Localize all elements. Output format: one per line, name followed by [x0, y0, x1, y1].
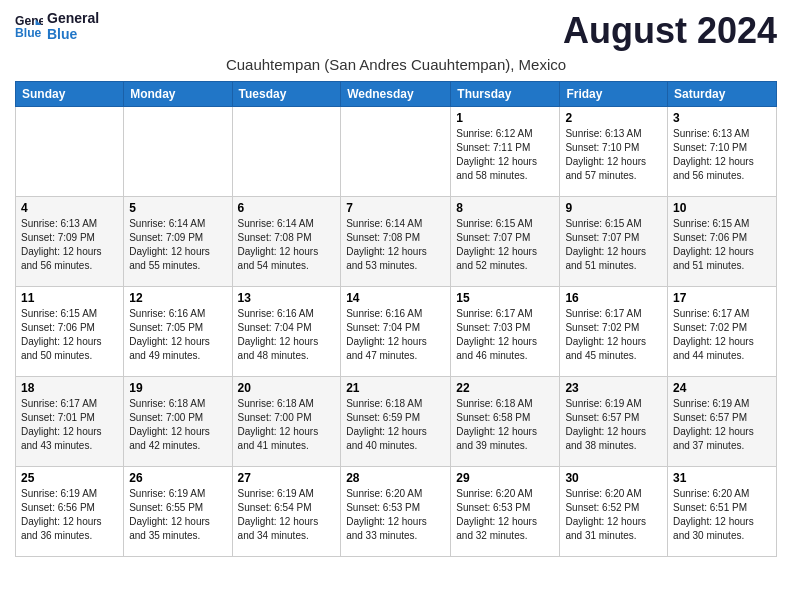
- day-number: 29: [456, 471, 554, 485]
- calendar-day-cell: 18Sunrise: 6:17 AM Sunset: 7:01 PM Dayli…: [16, 377, 124, 467]
- day-number: 15: [456, 291, 554, 305]
- calendar-day-cell: 10Sunrise: 6:15 AM Sunset: 7:06 PM Dayli…: [668, 197, 777, 287]
- day-number: 21: [346, 381, 445, 395]
- day-info: Sunrise: 6:13 AM Sunset: 7:10 PM Dayligh…: [673, 127, 771, 183]
- day-of-week-header: Sunday: [16, 82, 124, 107]
- calendar-day-cell: 19Sunrise: 6:18 AM Sunset: 7:00 PM Dayli…: [124, 377, 232, 467]
- day-number: 11: [21, 291, 118, 305]
- day-info: Sunrise: 6:14 AM Sunset: 7:08 PM Dayligh…: [238, 217, 336, 273]
- calendar-body: 1Sunrise: 6:12 AM Sunset: 7:11 PM Daylig…: [16, 107, 777, 557]
- day-number: 30: [565, 471, 662, 485]
- calendar-day-cell: 9Sunrise: 6:15 AM Sunset: 7:07 PM Daylig…: [560, 197, 668, 287]
- month-title: August 2024: [563, 10, 777, 52]
- calendar-day-cell: [124, 107, 232, 197]
- calendar-day-cell: 24Sunrise: 6:19 AM Sunset: 6:57 PM Dayli…: [668, 377, 777, 467]
- day-of-week-header: Tuesday: [232, 82, 341, 107]
- calendar-day-cell: 2Sunrise: 6:13 AM Sunset: 7:10 PM Daylig…: [560, 107, 668, 197]
- day-number: 14: [346, 291, 445, 305]
- day-number: 1: [456, 111, 554, 125]
- day-info: Sunrise: 6:17 AM Sunset: 7:01 PM Dayligh…: [21, 397, 118, 453]
- calendar-week-row: 25Sunrise: 6:19 AM Sunset: 6:56 PM Dayli…: [16, 467, 777, 557]
- day-of-week-header: Wednesday: [341, 82, 451, 107]
- day-info: Sunrise: 6:18 AM Sunset: 7:00 PM Dayligh…: [129, 397, 226, 453]
- day-number: 16: [565, 291, 662, 305]
- calendar-day-cell: 15Sunrise: 6:17 AM Sunset: 7:03 PM Dayli…: [451, 287, 560, 377]
- day-number: 6: [238, 201, 336, 215]
- day-number: 23: [565, 381, 662, 395]
- day-number: 22: [456, 381, 554, 395]
- calendar-day-cell: 23Sunrise: 6:19 AM Sunset: 6:57 PM Dayli…: [560, 377, 668, 467]
- day-number: 24: [673, 381, 771, 395]
- calendar-day-cell: 28Sunrise: 6:20 AM Sunset: 6:53 PM Dayli…: [341, 467, 451, 557]
- day-info: Sunrise: 6:19 AM Sunset: 6:55 PM Dayligh…: [129, 487, 226, 543]
- location-title: Cuauhtempan (San Andres Cuauhtempan), Me…: [15, 56, 777, 73]
- day-number: 18: [21, 381, 118, 395]
- calendar-day-cell: 7Sunrise: 6:14 AM Sunset: 7:08 PM Daylig…: [341, 197, 451, 287]
- calendar-day-cell: 29Sunrise: 6:20 AM Sunset: 6:53 PM Dayli…: [451, 467, 560, 557]
- day-number: 12: [129, 291, 226, 305]
- calendar-day-cell: [341, 107, 451, 197]
- day-info: Sunrise: 6:16 AM Sunset: 7:04 PM Dayligh…: [346, 307, 445, 363]
- svg-text:Blue: Blue: [15, 26, 42, 40]
- day-of-week-header: Friday: [560, 82, 668, 107]
- logo-text-line1: General: [47, 10, 99, 26]
- calendar-day-cell: 26Sunrise: 6:19 AM Sunset: 6:55 PM Dayli…: [124, 467, 232, 557]
- calendar-header-row: SundayMondayTuesdayWednesdayThursdayFrid…: [16, 82, 777, 107]
- day-number: 31: [673, 471, 771, 485]
- day-info: Sunrise: 6:14 AM Sunset: 7:09 PM Dayligh…: [129, 217, 226, 273]
- day-number: 5: [129, 201, 226, 215]
- calendar-day-cell: 3Sunrise: 6:13 AM Sunset: 7:10 PM Daylig…: [668, 107, 777, 197]
- calendar-day-cell: [16, 107, 124, 197]
- calendar-day-cell: 11Sunrise: 6:15 AM Sunset: 7:06 PM Dayli…: [16, 287, 124, 377]
- logo: General Blue General Blue: [15, 10, 99, 42]
- page-header: General Blue General Blue August 2024: [15, 10, 777, 52]
- day-info: Sunrise: 6:15 AM Sunset: 7:06 PM Dayligh…: [673, 217, 771, 273]
- day-info: Sunrise: 6:19 AM Sunset: 6:57 PM Dayligh…: [565, 397, 662, 453]
- calendar-day-cell: 6Sunrise: 6:14 AM Sunset: 7:08 PM Daylig…: [232, 197, 341, 287]
- logo-icon: General Blue: [15, 12, 43, 40]
- day-info: Sunrise: 6:20 AM Sunset: 6:53 PM Dayligh…: [456, 487, 554, 543]
- day-info: Sunrise: 6:12 AM Sunset: 7:11 PM Dayligh…: [456, 127, 554, 183]
- calendar-day-cell: 1Sunrise: 6:12 AM Sunset: 7:11 PM Daylig…: [451, 107, 560, 197]
- calendar-day-cell: [232, 107, 341, 197]
- calendar-week-row: 11Sunrise: 6:15 AM Sunset: 7:06 PM Dayli…: [16, 287, 777, 377]
- day-info: Sunrise: 6:20 AM Sunset: 6:52 PM Dayligh…: [565, 487, 662, 543]
- calendar-day-cell: 22Sunrise: 6:18 AM Sunset: 6:58 PM Dayli…: [451, 377, 560, 467]
- day-info: Sunrise: 6:17 AM Sunset: 7:02 PM Dayligh…: [673, 307, 771, 363]
- day-number: 7: [346, 201, 445, 215]
- calendar-day-cell: 21Sunrise: 6:18 AM Sunset: 6:59 PM Dayli…: [341, 377, 451, 467]
- day-number: 17: [673, 291, 771, 305]
- day-number: 4: [21, 201, 118, 215]
- day-number: 2: [565, 111, 662, 125]
- day-info: Sunrise: 6:16 AM Sunset: 7:05 PM Dayligh…: [129, 307, 226, 363]
- calendar-day-cell: 14Sunrise: 6:16 AM Sunset: 7:04 PM Dayli…: [341, 287, 451, 377]
- day-info: Sunrise: 6:18 AM Sunset: 7:00 PM Dayligh…: [238, 397, 336, 453]
- logo-text-line2: Blue: [47, 26, 99, 42]
- calendar-day-cell: 31Sunrise: 6:20 AM Sunset: 6:51 PM Dayli…: [668, 467, 777, 557]
- calendar-day-cell: 4Sunrise: 6:13 AM Sunset: 7:09 PM Daylig…: [16, 197, 124, 287]
- calendar-week-row: 1Sunrise: 6:12 AM Sunset: 7:11 PM Daylig…: [16, 107, 777, 197]
- day-of-week-header: Thursday: [451, 82, 560, 107]
- day-of-week-header: Monday: [124, 82, 232, 107]
- calendar-day-cell: 12Sunrise: 6:16 AM Sunset: 7:05 PM Dayli…: [124, 287, 232, 377]
- day-info: Sunrise: 6:14 AM Sunset: 7:08 PM Dayligh…: [346, 217, 445, 273]
- day-number: 20: [238, 381, 336, 395]
- day-info: Sunrise: 6:16 AM Sunset: 7:04 PM Dayligh…: [238, 307, 336, 363]
- day-info: Sunrise: 6:17 AM Sunset: 7:03 PM Dayligh…: [456, 307, 554, 363]
- day-info: Sunrise: 6:20 AM Sunset: 6:51 PM Dayligh…: [673, 487, 771, 543]
- day-info: Sunrise: 6:18 AM Sunset: 6:58 PM Dayligh…: [456, 397, 554, 453]
- day-info: Sunrise: 6:17 AM Sunset: 7:02 PM Dayligh…: [565, 307, 662, 363]
- day-info: Sunrise: 6:19 AM Sunset: 6:57 PM Dayligh…: [673, 397, 771, 453]
- calendar-week-row: 18Sunrise: 6:17 AM Sunset: 7:01 PM Dayli…: [16, 377, 777, 467]
- calendar-day-cell: 5Sunrise: 6:14 AM Sunset: 7:09 PM Daylig…: [124, 197, 232, 287]
- day-info: Sunrise: 6:13 AM Sunset: 7:09 PM Dayligh…: [21, 217, 118, 273]
- calendar-day-cell: 20Sunrise: 6:18 AM Sunset: 7:00 PM Dayli…: [232, 377, 341, 467]
- day-info: Sunrise: 6:19 AM Sunset: 6:56 PM Dayligh…: [21, 487, 118, 543]
- day-number: 28: [346, 471, 445, 485]
- day-info: Sunrise: 6:20 AM Sunset: 6:53 PM Dayligh…: [346, 487, 445, 543]
- day-number: 9: [565, 201, 662, 215]
- day-number: 10: [673, 201, 771, 215]
- calendar-week-row: 4Sunrise: 6:13 AM Sunset: 7:09 PM Daylig…: [16, 197, 777, 287]
- calendar-day-cell: 17Sunrise: 6:17 AM Sunset: 7:02 PM Dayli…: [668, 287, 777, 377]
- day-number: 25: [21, 471, 118, 485]
